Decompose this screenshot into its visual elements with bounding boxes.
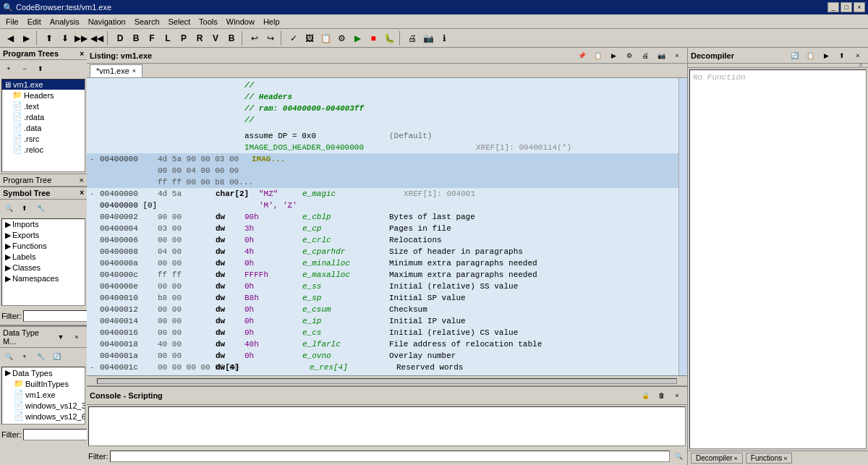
dtm-vs12-64[interactable]: 📄 windows_vs12_64: [2, 411, 85, 422]
menu-window[interactable]: Window: [222, 16, 259, 27]
decompiler-tab-bar: Decompiler × Functions ×: [688, 451, 868, 465]
dtm-builtins[interactable]: 📁 BuiltInTypes: [2, 378, 85, 389]
st-btn1[interactable]: 🔍: [1, 201, 16, 216]
dc-func-close[interactable]: ×: [783, 455, 787, 462]
dtm-btn1[interactable]: ▼: [54, 330, 68, 344]
st-btn2[interactable]: ⬆: [17, 201, 32, 216]
dc-tab-close[interactable]: ×: [734, 455, 738, 462]
tb-btn-4[interactable]: ◀◀: [90, 31, 104, 46]
listing-close-btn[interactable]: ×: [670, 48, 684, 63]
tb-b2[interactable]: B: [224, 31, 239, 46]
menu-navigation[interactable]: Navigation: [84, 16, 130, 27]
console-filter-input[interactable]: [110, 451, 671, 462]
disasm-button[interactable]: D: [113, 31, 127, 46]
minimize-button[interactable]: _: [827, 2, 839, 12]
dtm-tb2[interactable]: +: [17, 349, 32, 364]
function-button[interactable]: F: [145, 31, 159, 46]
tb-redo[interactable]: ↪: [263, 31, 278, 46]
tb-run[interactable]: ▶: [350, 31, 365, 46]
tb-bug[interactable]: 🐛: [382, 31, 396, 46]
dtm-tb4[interactable]: 🔄: [49, 349, 64, 364]
pt-new[interactable]: +: [1, 61, 16, 76]
listing-tb6[interactable]: 📷: [654, 48, 668, 63]
program-tree-close[interactable]: ×: [80, 50, 84, 58]
dc-tb3[interactable]: ▶: [819, 48, 833, 63]
sym-labels[interactable]: ▶ Labels: [2, 252, 85, 263]
tree-item-headers[interactable]: 📁 Headers: [2, 90, 85, 101]
sym-exports[interactable]: ▶ Exports: [2, 230, 85, 241]
ptr-button[interactable]: P: [176, 31, 191, 46]
tb-r[interactable]: R: [192, 31, 207, 46]
label-button[interactable]: L: [161, 31, 175, 46]
tree-item-text[interactable]: 📄 .text: [2, 101, 85, 111]
tree-item-vm1exe[interactable]: 🖥 vm1.exe: [2, 80, 85, 90]
tree-item-rsrc[interactable]: 📄 .rsrc: [2, 133, 85, 144]
tb-undo[interactable]: ↩: [247, 31, 262, 46]
sym-classes[interactable]: ▶ Classes: [2, 263, 85, 273]
tb-print[interactable]: 🖨: [405, 31, 420, 46]
console-lock[interactable]: 🔒: [638, 388, 652, 403]
console-body[interactable]: [88, 406, 686, 446]
tree-item-reloc[interactable]: 📄 .reloc: [2, 144, 85, 155]
listing-tb3[interactable]: ▶: [606, 48, 621, 63]
scroll-indicator[interactable]: [678, 78, 687, 375]
listing-tb5[interactable]: 🖨: [638, 48, 652, 63]
tb-v[interactable]: V: [208, 31, 223, 46]
console-close[interactable]: ×: [670, 388, 684, 403]
data-button[interactable]: B: [129, 31, 143, 46]
menu-tools[interactable]: Tools: [195, 16, 222, 27]
tb-img2[interactable]: 📋: [318, 31, 333, 46]
dtm-vm1exe[interactable]: 📄 vm1.exe: [2, 389, 85, 400]
sym-namespaces[interactable]: ▶ Namespaces: [2, 273, 85, 284]
menu-search[interactable]: Search: [130, 16, 164, 27]
listing-tb2[interactable]: 📋: [590, 48, 605, 63]
tb-snap[interactable]: 📷: [421, 31, 435, 46]
tb-img1[interactable]: 🖼: [302, 31, 317, 46]
program-tree-footer-x[interactable]: ×: [80, 176, 84, 184]
tb-stop[interactable]: ■: [366, 31, 380, 46]
dc-tb1[interactable]: 🔄: [787, 48, 801, 63]
decompiler-tab-decompiler[interactable]: Decompiler ×: [691, 453, 743, 464]
menu-analysis[interactable]: Analysis: [46, 16, 84, 27]
dtm-datatypes[interactable]: ▶ Data Types: [2, 367, 85, 378]
back-button[interactable]: ◀: [3, 31, 17, 46]
st-btn3[interactable]: 🔧: [33, 201, 48, 216]
menu-help[interactable]: Help: [259, 16, 284, 27]
title-controls[interactable]: _ □ ×: [827, 2, 865, 12]
tb-btn-1[interactable]: ⬆: [42, 31, 56, 46]
menu-select[interactable]: Select: [164, 16, 195, 27]
dtm-close[interactable]: ×: [69, 330, 84, 344]
listing-tb4[interactable]: ⚙: [622, 48, 637, 63]
tree-item-rdata[interactable]: 📄 .rdata: [2, 111, 85, 122]
forward-button[interactable]: ▶: [19, 31, 33, 46]
dc-tb4[interactable]: ⬆: [835, 48, 849, 63]
listing-tb1[interactable]: 📌: [574, 48, 589, 63]
symbol-tree-close[interactable]: ×: [80, 189, 84, 197]
pt-btn3[interactable]: ⬆: [33, 61, 48, 76]
sym-functions[interactable]: ▶ Functions: [2, 241, 85, 252]
close-button[interactable]: ×: [854, 2, 865, 12]
tb-check[interactable]: ✓: [286, 31, 301, 46]
listing-tab-vm1[interactable]: *vm1.exe ×: [90, 64, 142, 77]
sym-imports[interactable]: ▶ Imports: [2, 219, 85, 230]
console-filter-btn[interactable]: 🔍: [671, 449, 686, 464]
hscroll-bar[interactable]: [87, 375, 687, 385]
decompiler-tab-functions[interactable]: Functions ×: [746, 453, 793, 464]
dtm-tb3[interactable]: 🔧: [33, 349, 48, 364]
tab-close-btn[interactable]: ×: [132, 67, 136, 74]
dtm-vs12-32[interactable]: 📄 windows_vs12_32: [2, 400, 85, 411]
dc-tb2[interactable]: 📋: [803, 48, 817, 63]
maximize-button[interactable]: □: [841, 2, 852, 12]
tb-info[interactable]: ℹ: [437, 31, 451, 46]
tb-img3[interactable]: ⚙: [334, 31, 349, 46]
menu-file[interactable]: File: [1, 16, 23, 27]
console-clear[interactable]: 🗑: [654, 388, 668, 403]
dtm-tb1[interactable]: 🔍: [1, 349, 16, 364]
tree-item-data[interactable]: 📄 .data: [2, 122, 85, 133]
dc-tb5[interactable]: ×: [851, 48, 865, 63]
code-area[interactable]: // // Headers // ram: 00400000-004003ff: [87, 78, 687, 375]
pt-del[interactable]: −: [17, 61, 32, 76]
tb-btn-2[interactable]: ⬇: [58, 31, 72, 46]
menu-edit[interactable]: Edit: [23, 16, 46, 27]
tb-btn-3[interactable]: ▶▶: [74, 31, 88, 46]
